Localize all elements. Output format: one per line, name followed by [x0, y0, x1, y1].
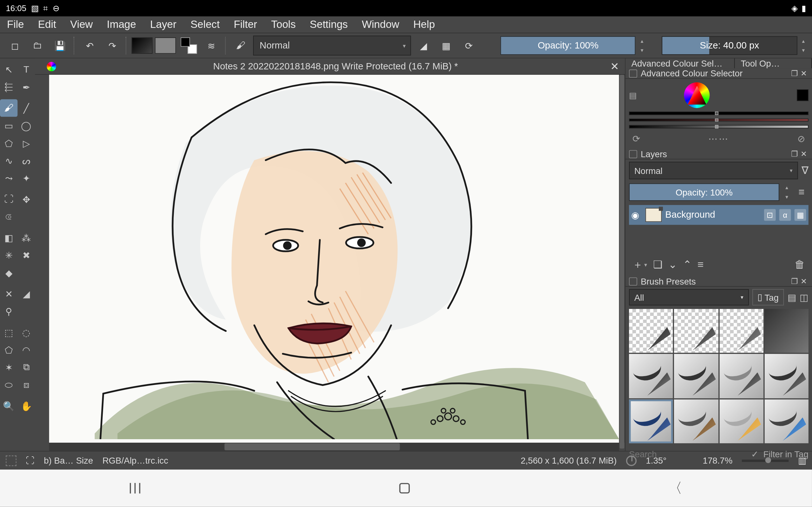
brush-preset-ink-4[interactable]: [764, 354, 809, 398]
duplicate-layer-button[interactable]: ❏: [653, 258, 662, 271]
alpha-lock-toggle[interactable]: ▦: [436, 35, 456, 56]
move-layer-up-button[interactable]: ⌃: [683, 258, 692, 271]
bezier-select-tool[interactable]: ⬭: [0, 376, 17, 394]
freehand-path-tool[interactable]: ᔕ: [17, 152, 35, 169]
open-doc-button[interactable]: 🗀: [27, 35, 48, 56]
menu-window[interactable]: Window: [355, 16, 406, 33]
clear-colour-icon[interactable]: ⊘: [798, 133, 805, 144]
float-panel-button[interactable]: ❐: [790, 69, 799, 78]
colour-slider-2[interactable]: [629, 118, 809, 122]
refresh-colour-icon[interactable]: ⟳: [632, 133, 640, 144]
pin-icon[interactable]: [629, 150, 637, 158]
close-panel-button[interactable]: ✕: [799, 69, 808, 78]
layer-inherit-alpha-icon[interactable]: ▦: [795, 209, 806, 221]
crop-tool[interactable]: ⟃: [0, 208, 17, 225]
gradient-tool[interactable]: ◧: [0, 229, 17, 246]
colour-slider-1[interactable]: [629, 112, 809, 115]
brush-preset-brush-2[interactable]: [719, 399, 763, 443]
brush-preset-brush-1[interactable]: [674, 399, 718, 443]
line-tool[interactable]: ╱: [17, 99, 35, 117]
contiguous-select-tool[interactable]: ✶: [0, 359, 17, 376]
freehand-brush-tool[interactable]: 🖌: [0, 99, 17, 117]
ellipse-tool[interactable]: ◯: [17, 117, 35, 134]
pan-tool[interactable]: ✋: [17, 397, 35, 414]
fgbg-colour-swatch[interactable]: [179, 35, 199, 56]
brush-preset-airbrush[interactable]: [764, 309, 809, 353]
brush-tag-button[interactable]: ▯ Tag: [752, 289, 784, 305]
brush-preset-ink-1[interactable]: [629, 354, 673, 398]
layer-opacity-slider[interactable]: Opacity: 100%: [629, 183, 779, 201]
document-tab[interactable]: Notes 2 20220220181848.png Write Protect…: [35, 58, 625, 75]
brush-preset-ink-2[interactable]: [674, 354, 718, 398]
colour-picker-tool[interactable]: ⁂: [17, 229, 35, 246]
layer-properties-button[interactable]: ≡: [698, 259, 704, 271]
menu-view[interactable]: View: [63, 16, 100, 33]
blend-mode-select[interactable]: Normal: [253, 36, 411, 55]
layer-filter-icon[interactable]: ∇: [802, 164, 809, 177]
nav-recents-button[interactable]: [130, 483, 140, 493]
size-spinner[interactable]: ▲▼: [799, 36, 807, 55]
layer-lock-icon[interactable]: ⊡: [764, 209, 776, 221]
float-panel-button[interactable]: ❐: [790, 150, 799, 158]
similar-select-tool[interactable]: ⧉: [17, 359, 35, 376]
text-tool[interactable]: T: [17, 61, 35, 78]
polyline-tool[interactable]: ▷: [17, 134, 35, 152]
polygon-select-tool[interactable]: ⬠: [0, 341, 17, 358]
layer-menu-button[interactable]: ≡: [795, 186, 809, 199]
rectangle-tool[interactable]: ▭: [0, 117, 17, 134]
eraser-toggle[interactable]: ◢: [413, 35, 434, 56]
assistant-tool[interactable]: ✕: [0, 285, 17, 302]
new-doc-button[interactable]: ◻: [5, 35, 25, 56]
tab-colour-selector[interactable]: Advanced Colour Sel…: [625, 58, 735, 68]
nav-home-button[interactable]: [399, 483, 409, 493]
bezier-tool[interactable]: ∿: [0, 152, 17, 169]
float-panel-button[interactable]: ❐: [790, 277, 799, 286]
colour-history-handle[interactable]: ⋯⋯: [708, 133, 729, 144]
layer-alpha-badge[interactable]: α: [779, 209, 791, 221]
brush-preset-pen-blue[interactable]: [629, 399, 673, 443]
menu-layer[interactable]: Layer: [143, 16, 183, 33]
delete-layer-button[interactable]: 🗑: [795, 259, 805, 271]
dynamic-brush-tool[interactable]: ⤳: [0, 169, 17, 187]
pattern-swatch[interactable]: [155, 35, 176, 56]
rotation-dial[interactable]: [626, 455, 637, 466]
layer-blend-mode-select[interactable]: Normal: [629, 162, 798, 179]
vertical-scrollbar[interactable]: [619, 75, 625, 443]
polygon-tool[interactable]: ⬠: [0, 134, 17, 152]
horizontal-scrollbar[interactable]: [49, 443, 619, 451]
zoom-tool[interactable]: 🔍: [0, 397, 17, 414]
colour-menu-icon[interactable]: ▤: [629, 91, 641, 100]
layer-opacity-spinner[interactable]: ▲▼: [783, 183, 791, 202]
undo-button[interactable]: ↶: [80, 35, 100, 56]
fill-tool[interactable]: ◆: [0, 264, 17, 281]
zoom-slider[interactable]: [742, 459, 789, 462]
selection-toggle-icon[interactable]: ⛶: [26, 456, 35, 465]
save-doc-button[interactable]: 💾: [50, 35, 70, 56]
layer-visibility-icon[interactable]: ◉: [631, 210, 642, 221]
close-tab-button[interactable]: ✕: [610, 60, 619, 73]
brush-storage-icon[interactable]: ◫: [800, 292, 809, 303]
move-layer-tool[interactable]: ✥: [17, 190, 35, 208]
tab-tool-options[interactable]: Tool Op…: [735, 58, 812, 68]
transform-tool[interactable]: ⛶: [0, 190, 17, 208]
ellipse-select-tool[interactable]: ◌: [17, 324, 35, 341]
brush-preset-pencil[interactable]: [764, 399, 809, 443]
move-layer-down-button[interactable]: ⌄: [668, 258, 677, 271]
opacity-spinner[interactable]: ▲▼: [638, 36, 646, 55]
brush-preset-eraser-hard[interactable]: [674, 309, 718, 353]
redo-button[interactable]: ↷: [102, 35, 122, 56]
rect-select-tool[interactable]: ⬚: [0, 324, 17, 341]
layer-item-background[interactable]: ◉ Background ⊡ α ▦: [629, 205, 809, 225]
menu-help[interactable]: Help: [406, 16, 442, 33]
gradient-swatch[interactable]: [132, 35, 153, 56]
magnetic-select-tool[interactable]: ⧈: [17, 376, 35, 394]
menu-tools[interactable]: Tools: [264, 16, 303, 33]
selection-mode-icon[interactable]: [6, 455, 16, 466]
brush-tag-filter-select[interactable]: All: [629, 289, 749, 305]
measure-tool[interactable]: ◢: [17, 285, 35, 302]
multibrush-tool[interactable]: ✦: [17, 169, 35, 187]
brush-view-mode-icon[interactable]: ▤: [788, 292, 797, 303]
menu-settings[interactable]: Settings: [303, 16, 355, 33]
menu-file[interactable]: File: [0, 16, 31, 33]
smart-patch-tool[interactable]: ✖: [17, 246, 35, 264]
